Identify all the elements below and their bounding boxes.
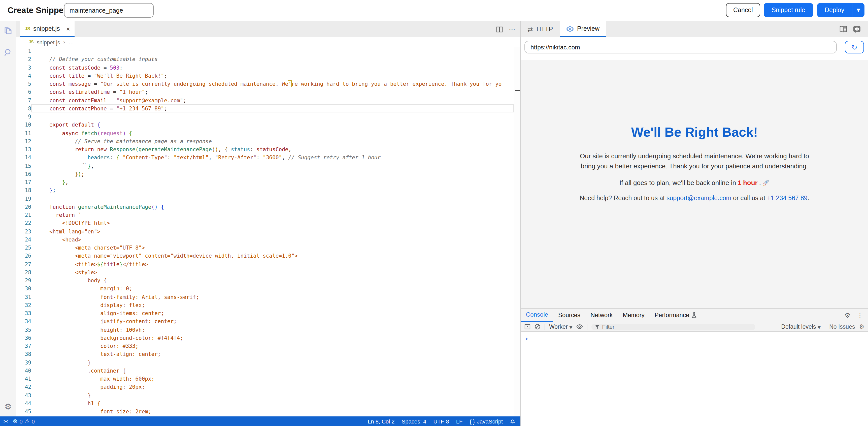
code-text[interactable]: } — [31, 358, 514, 367]
code-text[interactable]: <html lang="en"> — [31, 227, 514, 235]
tab-network[interactable]: Network — [585, 309, 618, 322]
live-expression-eye-icon[interactable] — [576, 324, 583, 329]
code-text[interactable]: } — [31, 391, 514, 399]
code-line[interactable]: 27 <title>${title}</title> — [16, 260, 514, 268]
deploy-dropdown-caret[interactable]: ▼ — [852, 3, 865, 17]
code-line[interactable]: 20function generateMaintenancePage() { — [16, 203, 514, 211]
code-text[interactable]: headers: { "Content-Type": "text/html", … — [31, 153, 514, 162]
code-line[interactable]: 13 return new Response(generateMaintenan… — [16, 145, 514, 153]
context-selector[interactable]: Worker ▼ — [549, 324, 572, 330]
email-link[interactable]: support@example.com — [666, 195, 731, 202]
snippet-rule-button[interactable]: Snippet rule — [764, 3, 813, 17]
code-text[interactable]: const contactPhone = "+1 234 567 89"; — [31, 104, 514, 113]
code-text[interactable]: h1 { — [31, 399, 514, 407]
url-input[interactable] — [524, 41, 837, 53]
code-line[interactable]: 19 — [16, 194, 514, 203]
code-text[interactable]: function generateMaintenancePage() { — [31, 203, 514, 211]
tab-console[interactable]: Console — [521, 309, 553, 322]
code-text[interactable]: margin: 0; — [31, 285, 514, 293]
console-filter-input[interactable]: Filter — [591, 323, 755, 330]
code-line[interactable]: 12 // Serve the maintenance page as a re… — [16, 137, 514, 145]
tab-performance[interactable]: Performance — [650, 309, 702, 322]
more-actions-icon[interactable]: ⋯ — [509, 25, 515, 33]
code-line[interactable]: 16 }); — [16, 170, 514, 178]
code-line[interactable]: 42 padding: 20px; — [16, 383, 514, 391]
code-text[interactable]: async fetch(request) { — [31, 129, 514, 137]
code-text[interactable]: display: flex; — [31, 301, 514, 309]
code-text[interactable]: <meta charset="UTF-8"> — [31, 244, 514, 252]
code-text[interactable]: max-width: 600px; — [31, 375, 514, 383]
code-text[interactable]: return ` — [31, 211, 514, 219]
refresh-button[interactable]: ↻ — [845, 41, 864, 53]
code-line[interactable]: 28 <style> — [16, 268, 514, 277]
devtools-settings-gear-icon[interactable]: ⚙ — [844, 311, 850, 319]
code-line[interactable]: 36 background-color: #f4f4f4; — [16, 334, 514, 342]
language-mode[interactable]: { }JavaScript — [469, 418, 503, 424]
code-line[interactable]: 21 return ` — [16, 211, 514, 219]
code-text[interactable]: // Serve the maintenance page as a respo… — [31, 137, 514, 145]
code-line[interactable]: 31 font-family: Arial, sans-serif; — [16, 293, 514, 301]
code-text[interactable]: font-size: 2rem; — [31, 407, 514, 416]
code-line[interactable]: 5const message = "Our site is currently … — [16, 80, 514, 88]
breadcrumb-file[interactable]: snippet.js — [37, 39, 60, 45]
code-line[interactable]: 41 max-width: 600px; — [16, 375, 514, 383]
issues-counter[interactable]: No Issues — [829, 324, 855, 330]
code-text[interactable]: }, — [31, 162, 514, 170]
phone-link[interactable]: +1 234 567 89 — [767, 195, 808, 202]
code-line[interactable]: 6const estimatedTime = "1 hour"; — [16, 88, 514, 96]
code-line[interactable]: 22 <!DOCTYPE html> — [16, 219, 514, 227]
code-line[interactable]: 24 <head> — [16, 235, 514, 244]
code-text[interactable]: // Define your customizable inputs — [31, 55, 514, 63]
split-editor-icon[interactable] — [496, 26, 503, 32]
notifications-bell-icon[interactable] — [510, 418, 515, 424]
code-lines[interactable]: 12// Define your customizable inputs3con… — [16, 47, 514, 417]
console-prompt-chevron[interactable]: › — [521, 332, 868, 342]
breadcrumb-symbol[interactable]: … — [68, 39, 74, 45]
code-text[interactable]: }); — [31, 170, 514, 178]
code-text[interactable] — [31, 112, 514, 121]
tab-snippet-js[interactable]: JS snippet.js × — [20, 21, 74, 37]
code-line[interactable]: 2// Define your customizable inputs — [16, 55, 514, 63]
code-text[interactable]: body { — [31, 276, 514, 285]
code-line[interactable]: 32 display: flex; — [16, 301, 514, 309]
code-line[interactable]: 29 body { — [16, 276, 514, 285]
code-line[interactable]: 14 headers: { "Content-Type": "text/html… — [16, 153, 514, 162]
search-icon[interactable] — [2, 47, 13, 58]
code-line[interactable]: 43 } — [16, 391, 514, 399]
code-text[interactable]: <meta name="viewport" content="width=dev… — [31, 252, 514, 260]
code-text[interactable]: <!DOCTYPE html> — [31, 219, 514, 227]
code-text[interactable]: font-family: Arial, sans-serif; — [31, 293, 514, 301]
problems-indicator[interactable]: ⊗0 ⚠0 — [13, 418, 35, 425]
tab-memory[interactable]: Memory — [618, 309, 650, 322]
code-text[interactable]: }; — [31, 186, 514, 195]
code-text[interactable]: background-color: #f4f4f4; — [31, 334, 514, 342]
indentation[interactable]: Spaces: 4 — [402, 418, 427, 424]
code-line[interactable]: 23<html lang="en"> — [16, 227, 514, 235]
code-text[interactable] — [31, 194, 514, 203]
console-settings-gear-icon[interactable]: ⚙ — [859, 323, 865, 330]
cursor-position[interactable]: Ln 8, Col 2 — [368, 418, 395, 424]
code-line[interactable]: 26 <meta name="viewport" content="width=… — [16, 252, 514, 260]
close-tab-icon[interactable]: × — [66, 25, 70, 32]
code-line[interactable]: 1 — [16, 47, 514, 55]
code-text[interactable]: export default { — [31, 121, 514, 129]
code-text[interactable]: }, — [31, 178, 514, 186]
code-text[interactable]: padding: 20px; — [31, 383, 514, 391]
code-line[interactable]: 33 align-items: center; — [16, 309, 514, 317]
code-text[interactable]: const title = "We'll Be Right Back!"; — [31, 72, 514, 80]
discord-icon[interactable] — [853, 25, 861, 33]
cancel-button[interactable]: Cancel — [726, 3, 760, 17]
editor-scrollbar[interactable] — [514, 47, 520, 417]
tab-sources[interactable]: Sources — [553, 309, 585, 322]
code-line[interactable]: 40 .container { — [16, 367, 514, 375]
code-text[interactable]: <head> — [31, 235, 514, 244]
code-text[interactable]: text-align: center; — [31, 350, 514, 359]
code-text[interactable]: return new Response(generateMaintenanceP… — [31, 145, 514, 153]
code-text[interactable]: height: 100vh; — [31, 325, 514, 334]
docs-book-icon[interactable] — [839, 26, 847, 33]
remote-indicator-icon[interactable]: >< — [3, 419, 8, 424]
code-text[interactable]: const estimatedTime = "1 hour"; — [31, 88, 514, 96]
code-line[interactable]: 34 justify-content: center; — [16, 317, 514, 326]
code-line[interactable]: 3const statusCode = 503; — [16, 63, 514, 72]
settings-gear-icon[interactable]: ⚙ — [2, 401, 13, 412]
